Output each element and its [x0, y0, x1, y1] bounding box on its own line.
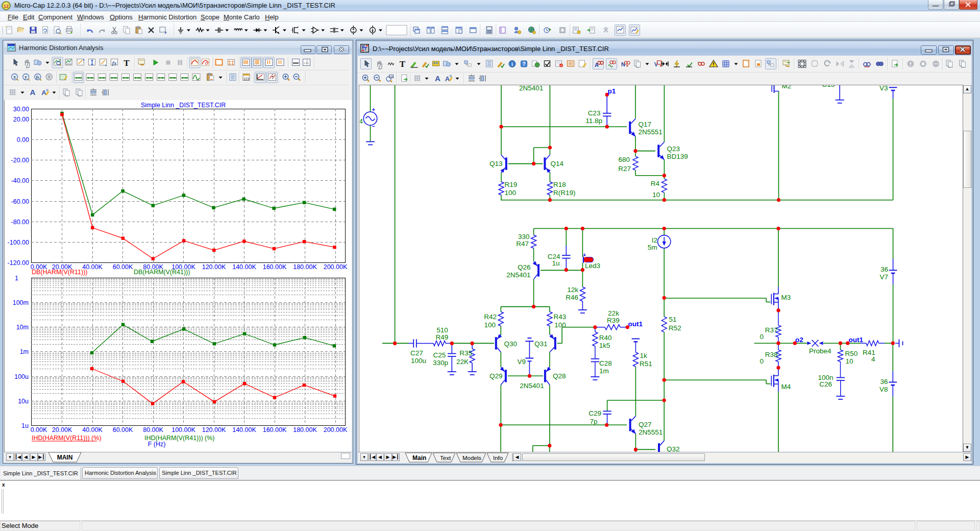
svg-text:M4: M4 — [781, 383, 791, 391]
svg-text:1m: 1m — [599, 367, 609, 375]
svg-text:120.00K: 120.00K — [202, 263, 226, 271]
svg-text:4: 4 — [360, 117, 363, 125]
svg-text:160.00K: 160.00K — [263, 426, 287, 433]
svg-text:Probe4: Probe4 — [809, 347, 831, 355]
svg-text:DB(HARM(V(R41))): DB(HARM(V(R41))) — [134, 269, 190, 276]
svg-text:R19: R19 — [505, 181, 518, 188]
svg-text:Q17: Q17 — [639, 120, 652, 128]
svg-text:20.00K: 20.00K — [52, 426, 72, 433]
svg-text:10m: 10m — [16, 324, 29, 331]
svg-text:-40.00: -40.00 — [11, 177, 29, 184]
svg-text:+: + — [583, 252, 586, 258]
svg-text:Q14: Q14 — [551, 160, 564, 167]
svg-text:20.00: 20.00 — [13, 116, 29, 123]
svg-text:?: ? — [522, 61, 525, 67]
svg-text:R18: R18 — [553, 181, 566, 188]
svg-text:fx: fx — [36, 75, 39, 80]
svg-text:R42: R42 — [484, 313, 497, 321]
svg-text:200.00K: 200.00K — [324, 426, 348, 433]
svg-text:51: 51 — [669, 316, 677, 323]
svg-text:R51: R51 — [640, 360, 652, 368]
svg-text:1k5: 1k5 — [599, 342, 610, 349]
svg-text:-60.00: -60.00 — [11, 198, 29, 205]
svg-text:100.00K: 100.00K — [172, 426, 195, 433]
svg-text:Models: Models — [462, 455, 481, 461]
svg-text:680: 680 — [618, 156, 630, 163]
svg-text:22k: 22k — [608, 309, 619, 317]
svg-text:5m: 5m — [648, 244, 657, 251]
svg-text:2N5401: 2N5401 — [520, 382, 544, 390]
svg-text:V9: V9 — [517, 358, 526, 366]
svg-text:-20.00: -20.00 — [11, 157, 29, 164]
svg-text:o2: o2 — [795, 336, 803, 344]
svg-text:1u: 1u — [21, 422, 29, 429]
svg-text:10: 10 — [652, 191, 660, 199]
svg-text:140.00K: 140.00K — [232, 263, 256, 271]
svg-text:100m: 100m — [13, 299, 29, 306]
svg-text:R35: R35 — [459, 349, 472, 357]
svg-text:R40: R40 — [599, 334, 612, 342]
svg-text:T: T — [400, 59, 406, 69]
svg-text:180.00K: 180.00K — [293, 263, 317, 271]
svg-text:Led3: Led3 — [585, 262, 600, 270]
svg-text:-80.00: -80.00 — [11, 219, 29, 226]
svg-text:A: A — [30, 88, 36, 96]
svg-text:1u: 1u — [552, 259, 559, 267]
svg-text:M2: M2 — [782, 85, 792, 90]
svg-text:1: 1 — [15, 275, 18, 282]
svg-text:100: 100 — [554, 321, 566, 329]
svg-text:C25: C25 — [433, 351, 446, 359]
svg-text:C23: C23 — [588, 109, 601, 117]
svg-text:M3: M3 — [781, 294, 791, 301]
svg-text:10u: 10u — [18, 398, 29, 405]
svg-text:Text: Text — [440, 455, 451, 461]
svg-text:R50: R50 — [845, 350, 858, 357]
svg-text:Q28: Q28 — [553, 372, 566, 380]
svg-text:40.00K: 40.00K — [82, 426, 103, 433]
svg-text:330: 330 — [518, 233, 530, 240]
svg-text:Q27: Q27 — [639, 421, 652, 428]
svg-text:100: 100 — [505, 189, 517, 197]
svg-text:IHD(HARM(V(R11))) (%): IHD(HARM(V(R11))) (%) — [32, 435, 102, 442]
svg-text:0.00K: 0.00K — [31, 426, 47, 433]
svg-text:C15: C15 — [822, 85, 835, 88]
svg-text:R(R19): R(R19) — [553, 189, 576, 197]
svg-text:2N5401: 2N5401 — [519, 85, 543, 92]
svg-text:R37: R37 — [765, 326, 778, 334]
svg-text:12k: 12k — [567, 286, 578, 294]
svg-text:180.00K: 180.00K — [293, 426, 317, 433]
svg-text:C28: C28 — [599, 359, 612, 367]
svg-text:2N5551: 2N5551 — [639, 128, 663, 136]
svg-text:MAIN: MAIN — [57, 454, 73, 461]
svg-text:V3: V3 — [879, 85, 888, 92]
svg-text:R52: R52 — [669, 324, 681, 332]
svg-text:11.8p: 11.8p — [585, 117, 602, 125]
svg-text:0: 0 — [760, 333, 764, 341]
svg-text:+: + — [231, 62, 234, 67]
svg-text:Q13: Q13 — [489, 160, 503, 167]
svg-text:10: 10 — [846, 357, 853, 365]
svg-text:Info: Info — [493, 455, 503, 461]
svg-text:36: 36 — [880, 378, 888, 385]
svg-text:R47: R47 — [516, 240, 529, 248]
svg-text:60.00K: 60.00K — [113, 263, 133, 271]
svg-text:100u: 100u — [411, 357, 426, 365]
svg-text:36: 36 — [880, 266, 888, 273]
svg-text:4: 4 — [871, 355, 875, 363]
svg-text:Main: Main — [412, 454, 426, 462]
svg-text:R43: R43 — [553, 313, 566, 321]
svg-text:Q23: Q23 — [667, 145, 680, 153]
svg-text:R39: R39 — [607, 317, 620, 324]
svg-text:V8: V8 — [879, 385, 888, 393]
svg-text:R46: R46 — [566, 294, 578, 301]
svg-text:200.00K: 200.00K — [324, 263, 348, 271]
svg-text:100: 100 — [484, 321, 496, 329]
svg-text:C27: C27 — [410, 349, 423, 357]
svg-text:i: i — [511, 61, 513, 67]
svg-text:y: y — [24, 75, 28, 80]
svg-text:123: 123 — [243, 77, 250, 81]
svg-text:22K: 22K — [456, 358, 469, 366]
svg-text:80.00K: 80.00K — [143, 426, 163, 433]
svg-text:60.00K: 60.00K — [113, 426, 133, 433]
svg-text:R4: R4 — [651, 180, 660, 187]
